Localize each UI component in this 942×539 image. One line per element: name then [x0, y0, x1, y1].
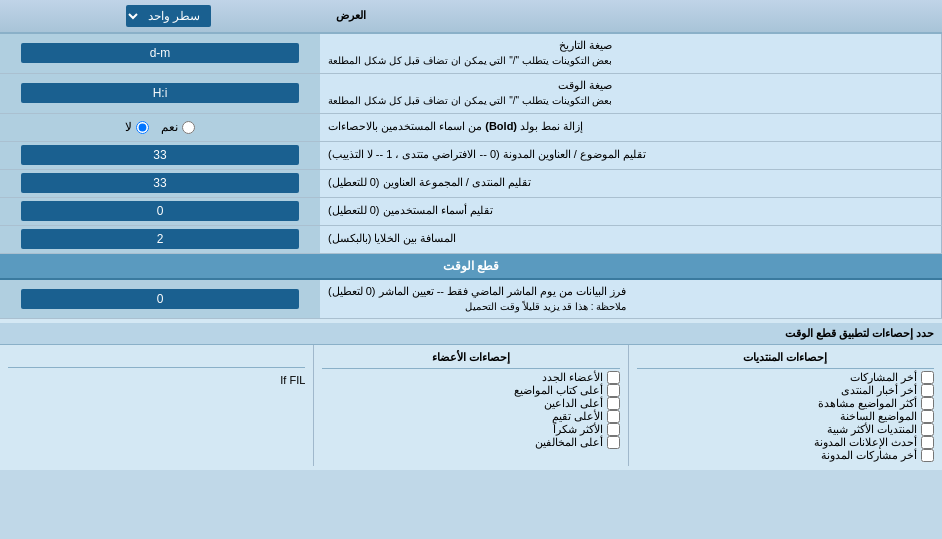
check-akthar-mawadee3[interactable]: [921, 397, 934, 410]
check-item: أخر أخبار المنتدى: [637, 384, 934, 397]
trim-users-label: تقليم أسماء المستخدمين (0 للتعطيل): [320, 198, 942, 225]
display-select[interactable]: سطر واحدسطرينثلاثة أسطر: [126, 5, 211, 27]
bold-no-text: لا: [125, 120, 132, 134]
bold-yes-radio[interactable]: [182, 121, 195, 134]
col2-container: إحصاءات الأعضاء الأعضاء الجدد أعلى كتاب …: [313, 345, 627, 466]
time-format-input[interactable]: [21, 83, 298, 103]
date-format-row: صيغة التاريخبعض التكوينات يتطلب "/" التي…: [0, 34, 942, 74]
msg-spacing-input[interactable]: [21, 229, 298, 249]
time-cut-input[interactable]: [21, 289, 298, 309]
check-a3la-kotaab[interactable]: [607, 384, 620, 397]
trim-forum-label: تقليم المنتدى / المجموعة العناوين (0 للت…: [320, 170, 942, 197]
check-item: أكثر المواضيع مشاهدة: [637, 397, 934, 410]
trim-users-row: تقليم أسماء المستخدمين (0 للتعطيل): [0, 198, 942, 226]
if-fil-text: If FIL: [8, 370, 305, 390]
time-cut-title: قطع الوقت: [443, 259, 499, 273]
header-label: العرض: [328, 4, 934, 27]
time-format-input-cell: [0, 74, 320, 113]
check-akhir-musharkaat[interactable]: [921, 371, 934, 384]
time-cut-row: فرز البيانات من يوم الماشر الماضي فقط --…: [0, 280, 942, 320]
check-item: أعلى المخالفين: [322, 436, 619, 449]
bold-yes-label[interactable]: نعم: [161, 120, 195, 134]
date-format-label: صيغة التاريخبعض التكوينات يتطلب "/" التي…: [320, 34, 942, 73]
check-item: المنتديات الأكثر شبية: [637, 423, 934, 436]
col3-header: [8, 349, 305, 368]
trim-forum-row: تقليم المنتدى / المجموعة العناوين (0 للت…: [0, 170, 942, 198]
check-item: الأعلى تقيم: [322, 410, 619, 423]
check-akhir-akhbar[interactable]: [921, 384, 934, 397]
trim-subject-row: تقليم الموضوع / العناوين المدونة (0 -- ا…: [0, 142, 942, 170]
bold-no-radio[interactable]: [136, 121, 149, 134]
check-montadayat-akthar[interactable]: [921, 423, 934, 436]
checkboxes-limit-label: حدد إحصاءات لتطبيق قطع الوقت: [8, 327, 934, 340]
col1-header: إحصاءات المنتديات: [637, 349, 934, 369]
check-akthar-shokran[interactable]: [607, 423, 620, 436]
header-input-cell: سطر واحدسطرينثلاثة أسطر: [8, 2, 328, 30]
time-format-row: صيغة الوقتبعض التكوينات يتطلب "/" التي ي…: [0, 74, 942, 114]
bold-remove-label: إزالة نمط بولد (Bold) من اسماء المستخدمي…: [320, 114, 942, 141]
check-a3la-daeen[interactable]: [607, 397, 620, 410]
trim-users-input[interactable]: [21, 201, 298, 221]
checkboxes-limit-row: حدد إحصاءات لتطبيق قطع الوقت: [0, 323, 942, 345]
check-item: المواضيع الساخنة: [637, 410, 934, 423]
check-item: أخر المشاركات: [637, 371, 934, 384]
check-item: أعلى الداعين: [322, 397, 619, 410]
check-item: الأعضاء الجدد: [322, 371, 619, 384]
header-title: العرض: [336, 8, 366, 23]
col1-container: إحصاءات المنتديات أخر المشاركات أخر أخبا…: [628, 345, 942, 466]
trim-subject-input-cell: [0, 142, 320, 169]
time-cut-label: فرز البيانات من يوم الماشر الماضي فقط --…: [320, 280, 942, 319]
bold-no-label[interactable]: لا: [125, 120, 149, 134]
col2-header: إحصاءات الأعضاء: [322, 349, 619, 369]
time-cut-header: قطع الوقت: [0, 254, 942, 280]
main-container: العرض سطر واحدسطرينثلاثة أسطر صيغة التار…: [0, 0, 942, 470]
bold-remove-input-cell: نعم لا: [0, 114, 320, 141]
trim-subject-label: تقليم الموضوع / العناوين المدونة (0 -- ا…: [320, 142, 942, 169]
check-item: أخر مشاركات المدونة: [637, 449, 934, 462]
time-cut-input-cell: [0, 280, 320, 319]
date-format-input-cell: [0, 34, 320, 73]
check-akhir-musharkaat-madwona[interactable]: [921, 449, 934, 462]
trim-subject-input[interactable]: [21, 145, 298, 165]
trim-forum-input-cell: [0, 170, 320, 197]
msg-spacing-input-cell: [0, 226, 320, 253]
bold-remove-row: إزالة نمط بولد (Bold) من اسماء المستخدمي…: [0, 114, 942, 142]
check-item: أحدث الإعلانات المدونة: [637, 436, 934, 449]
bold-radio-group: نعم لا: [125, 120, 195, 134]
msg-spacing-row: المسافة بين الخلايا (بالبكسل): [0, 226, 942, 254]
time-format-label: صيغة الوقتبعض التكوينات يتطلب "/" التي ي…: [320, 74, 942, 113]
check-mawadee3-sakhena[interactable]: [921, 410, 934, 423]
bold-yes-text: نعم: [161, 120, 178, 134]
trim-forum-input[interactable]: [21, 173, 298, 193]
col3-container: If FIL: [0, 345, 313, 466]
trim-users-input-cell: [0, 198, 320, 225]
header-row: العرض سطر واحدسطرينثلاثة أسطر: [0, 0, 942, 34]
check-ahdat-ilaanat[interactable]: [921, 436, 934, 449]
check-item: الأكثر شكراً: [322, 423, 619, 436]
msg-spacing-label: المسافة بين الخلايا (بالبكسل): [320, 226, 942, 253]
check-a3la-mokhalfeen[interactable]: [607, 436, 620, 449]
check-adaa-jodod[interactable]: [607, 371, 620, 384]
date-format-input[interactable]: [21, 43, 298, 63]
checkboxes-section: حدد إحصاءات لتطبيق قطع الوقت إحصاءات الم…: [0, 319, 942, 470]
check-item: أعلى كتاب المواضيع: [322, 384, 619, 397]
check-a3la-taqyeem[interactable]: [607, 410, 620, 423]
checkboxes-columns: إحصاءات المنتديات أخر المشاركات أخر أخبا…: [0, 345, 942, 466]
